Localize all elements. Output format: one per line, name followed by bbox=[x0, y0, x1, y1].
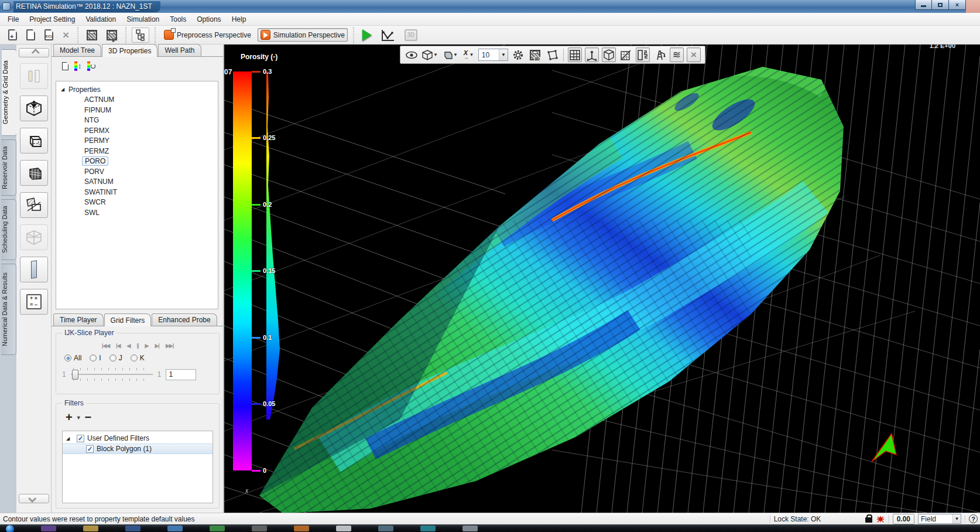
tree-node-properties[interactable]: ◢ Properties bbox=[61, 84, 218, 95]
filter-child-checkbox[interactable]: ✓ bbox=[86, 445, 94, 453]
scroll-up-button[interactable] bbox=[19, 48, 49, 57]
taskbar-app-icon[interactable] bbox=[462, 526, 478, 531]
remove-filter-button[interactable]: − bbox=[85, 411, 92, 424]
3d-viewport[interactable]: Porosity (-) 07 1.2 E+00 x 0.3 0.25 0.2 … bbox=[224, 45, 980, 513]
cube-style-button[interactable]: ▼ bbox=[422, 47, 438, 62]
menu-project-setting[interactable]: Project Setting bbox=[24, 13, 80, 25]
tab-well-path[interactable]: Well Path bbox=[158, 44, 201, 56]
show-bounding-box-button[interactable] bbox=[602, 47, 616, 62]
contour-lines-button[interactable]: ≋ bbox=[670, 47, 684, 62]
scroll-down-button[interactable] bbox=[19, 494, 49, 503]
tab-scheduling-data[interactable]: Scheduling Data bbox=[1, 199, 16, 260]
tab-enhanced-probe[interactable]: Enhanced Probe bbox=[152, 313, 217, 326]
taskbar-app-icon[interactable] bbox=[210, 526, 225, 531]
property-item[interactable]: PERMY bbox=[61, 136, 218, 146]
show-axes-button[interactable] bbox=[585, 47, 599, 62]
property-item[interactable]: SWL bbox=[61, 207, 218, 218]
debug-bug-icon[interactable] bbox=[876, 515, 885, 523]
menu-tools[interactable]: Tools bbox=[165, 13, 191, 25]
start-orb-icon[interactable] bbox=[6, 525, 14, 532]
property-item[interactable]: SWCR bbox=[61, 197, 218, 208]
tab-geometry-grid-data[interactable]: Geometry & Grid Data bbox=[2, 49, 17, 136]
menu-options[interactable]: Options bbox=[191, 13, 226, 25]
menu-validation[interactable]: Validation bbox=[80, 13, 121, 25]
axis-direction-button[interactable]: X→ ▼ bbox=[461, 47, 475, 62]
radio-i[interactable]: I bbox=[90, 354, 101, 362]
property-item[interactable]: SATNUM bbox=[61, 177, 218, 187]
fence-plane-button[interactable] bbox=[20, 257, 48, 282]
previous-button[interactable]: |◀ bbox=[116, 343, 120, 349]
visibility-button[interactable] bbox=[405, 47, 419, 62]
windows-taskbar[interactable] bbox=[0, 524, 980, 532]
close-project-button[interactable]: × bbox=[60, 28, 72, 42]
skip-to-start-button[interactable]: |◀◀ bbox=[102, 343, 109, 349]
run-simulation-button[interactable] bbox=[359, 28, 375, 43]
menu-file[interactable]: File bbox=[2, 13, 24, 25]
tab-time-player[interactable]: Time Player bbox=[53, 313, 104, 326]
show-grid-button[interactable] bbox=[568, 47, 582, 62]
help-button[interactable]: ? bbox=[969, 514, 978, 523]
import-grid-button[interactable] bbox=[20, 96, 48, 121]
tab-grid-filters[interactable]: Grid Filters bbox=[104, 313, 152, 326]
model-tree-view-button[interactable] bbox=[132, 28, 149, 43]
property-item[interactable]: FIPNUM bbox=[61, 105, 218, 115]
export-property-button[interactable] bbox=[62, 62, 68, 70]
expander-icon[interactable]: ◢ bbox=[66, 436, 72, 441]
close-button[interactable]: × bbox=[949, 0, 966, 10]
colorbar-range-button[interactable]: ↕ bbox=[74, 62, 81, 71]
tab-model-tree[interactable]: Model Tree bbox=[53, 44, 101, 56]
play-reverse-button[interactable]: ◀ bbox=[127, 343, 131, 349]
grid-wireframe-button[interactable] bbox=[20, 128, 48, 154]
property-item-selected[interactable]: PORO bbox=[61, 156, 218, 167]
filter-root-row[interactable]: ◢ ✓ User Defined Filters bbox=[63, 433, 213, 444]
property-calculator-button[interactable]: + ×= − bbox=[20, 289, 48, 315]
cell-style-button[interactable]: ▼ bbox=[441, 47, 458, 62]
minimize-button[interactable] bbox=[915, 0, 932, 10]
combo-drop-button[interactable]: ▼ bbox=[499, 49, 508, 60]
new-project-button[interactable]: + bbox=[5, 28, 20, 42]
filter-child-row[interactable]: ✓ Block Polygon (1) bbox=[63, 444, 213, 454]
save-button[interactable] bbox=[84, 28, 100, 42]
menu-help[interactable]: Help bbox=[227, 13, 252, 25]
ecl-document-button[interactable]: ECL bbox=[42, 28, 56, 42]
play-button[interactable]: ▶ bbox=[145, 343, 149, 349]
preprocess-perspective-button[interactable]: Preprocess Perspective bbox=[161, 28, 254, 42]
taskbar-app-icon[interactable] bbox=[420, 526, 436, 531]
radio-all[interactable]: All bbox=[64, 354, 81, 362]
slice-value-input[interactable] bbox=[166, 369, 196, 380]
menu-simulation[interactable]: Simulation bbox=[121, 13, 165, 25]
well-display-button[interactable] bbox=[653, 47, 667, 62]
tab-numerical-data-results[interactable]: Numerical Data & Results bbox=[1, 264, 16, 355]
radio-j[interactable]: J bbox=[109, 354, 122, 362]
section-view-button[interactable] bbox=[636, 47, 650, 62]
taskbar-app-icon[interactable] bbox=[294, 526, 309, 531]
viewport-close-button[interactable]: × bbox=[687, 47, 701, 62]
combo-drop-button[interactable]: ▼ bbox=[952, 514, 961, 523]
grid-mesh-button[interactable] bbox=[20, 160, 48, 186]
taskbar-app-icon[interactable] bbox=[252, 526, 267, 531]
unit-system-combobox[interactable]: Field ▼ bbox=[918, 514, 961, 524]
tab-reservoir-data[interactable]: Reservoir Data bbox=[1, 139, 16, 196]
tab-3d-properties[interactable]: 3D Properties bbox=[102, 44, 157, 57]
sector-grid-button[interactable] bbox=[20, 224, 48, 250]
radio-k[interactable]: K bbox=[131, 354, 145, 362]
property-item[interactable]: ACTNUM bbox=[61, 95, 218, 105]
slice-tool-button[interactable] bbox=[20, 192, 48, 218]
open-document-button[interactable] bbox=[23, 28, 38, 42]
property-item[interactable]: SWATINIT bbox=[61, 187, 218, 197]
restore-button[interactable] bbox=[932, 0, 949, 10]
add-filter-dropdown[interactable]: ▼ bbox=[76, 415, 81, 421]
taskbar-app-icon[interactable] bbox=[41, 526, 56, 531]
property-item[interactable]: NTG bbox=[61, 115, 218, 126]
save-3d-button[interactable]: 3D bbox=[528, 47, 542, 62]
slice-slider[interactable] bbox=[71, 368, 153, 381]
plot-results-button[interactable] bbox=[378, 27, 398, 43]
property-item[interactable]: PERMZ bbox=[61, 146, 218, 156]
crossed-grid-button[interactable] bbox=[619, 47, 633, 62]
edit-geometry-button[interactable] bbox=[20, 63, 48, 89]
taskbar-app-icon[interactable] bbox=[378, 526, 393, 531]
taskbar-app-icon[interactable] bbox=[83, 526, 98, 531]
lod-combobox[interactable]: 10 ▼ bbox=[478, 49, 508, 61]
add-filter-button[interactable]: + bbox=[66, 411, 73, 424]
skip-to-end-button[interactable]: ▶▶| bbox=[166, 343, 173, 349]
